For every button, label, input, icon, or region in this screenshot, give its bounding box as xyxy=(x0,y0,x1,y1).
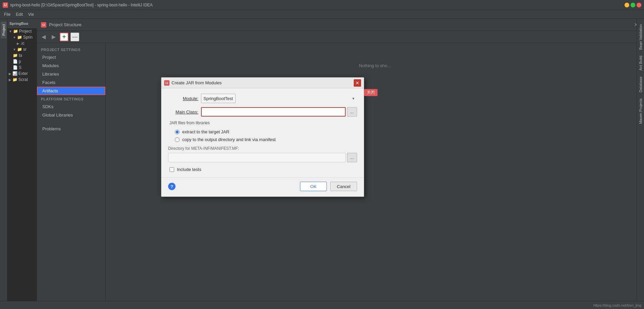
radio-group: extract to the target JAR copy to the ou… xyxy=(168,128,357,143)
cancel-button[interactable]: Cancel xyxy=(330,182,357,191)
nav-item-artifacts[interactable]: Artifacts xyxy=(37,87,105,95)
jar-files-label: JAR files from libraries xyxy=(168,121,357,125)
radio-extract-label: extract to the target JAR xyxy=(182,129,229,134)
manifest-browse-button[interactable]: ... xyxy=(347,153,357,162)
menu-file[interactable]: File xyxy=(1,11,13,17)
right-panel-database[interactable]: Database xyxy=(638,74,644,95)
nothing-label: Nothing to sho... xyxy=(359,63,391,68)
ps-forward-button[interactable]: ▶ xyxy=(50,33,58,41)
ps-back-button[interactable]: ◀ xyxy=(40,33,48,41)
main-class-input[interactable] xyxy=(201,107,346,117)
right-panels: Bean Validation Ant Build Database Maven… xyxy=(637,19,644,309)
ps-add-button[interactable]: + xyxy=(60,33,68,41)
ok-button[interactable]: OK xyxy=(300,182,327,191)
nav-item-sdks[interactable]: SDKs xyxy=(37,102,105,111)
jar-dialog-title: Create JAR from Modules xyxy=(171,80,352,85)
radio-copy-row: copy to the output directory and link vi… xyxy=(168,136,357,143)
close-cn-badge[interactable]: 关闭 xyxy=(364,89,378,96)
menu-edit[interactable]: Edit xyxy=(13,11,26,17)
ps-nav: Project Settings Project Modules Librari… xyxy=(37,43,106,309)
project-settings-label: Project Settings xyxy=(37,46,105,53)
manifest-label: Directory for META-INF/MANIFEST.MF: xyxy=(168,146,357,151)
include-tests-row: Include tests xyxy=(168,167,357,172)
platform-settings-label: Platform Settings xyxy=(37,95,105,102)
menu-bar: File Edit Vie xyxy=(0,10,644,19)
nav-item-problems[interactable]: Problems xyxy=(37,125,105,133)
main-class-control: ... xyxy=(201,107,357,117)
radio-copy[interactable] xyxy=(175,137,180,142)
minimize-button[interactable] xyxy=(625,3,629,7)
include-tests-label: Include tests xyxy=(177,167,201,172)
dialog-title-icon: IJ xyxy=(41,22,46,28)
manifest-section: Directory for META-INF/MANIFEST.MF: ... xyxy=(168,146,357,162)
status-url: https://blog.csdn.net/bon_jing xyxy=(593,303,641,307)
right-panel-maven-projects[interactable]: Maven Projects xyxy=(638,96,644,127)
menu-view[interactable]: Vie xyxy=(26,11,37,17)
jar-dialog-titlebar: IJ Create JAR from Modules ✕ xyxy=(161,78,364,88)
window-title: spring-boot-hello [D:\GitSpace\SpringBoo… xyxy=(10,3,625,7)
right-panel-ant-build[interactable]: Ant Build xyxy=(638,53,644,73)
module-select-arrow: ▼ xyxy=(352,97,355,100)
nav-item-project[interactable]: Project xyxy=(37,53,105,61)
title-bar: IJ spring-boot-hello [D:\GitSpace\Spring… xyxy=(0,0,644,10)
window-controls xyxy=(625,3,641,7)
radio-copy-label: copy to the output directory and link vi… xyxy=(182,137,276,142)
main-class-label: Main Class: xyxy=(168,109,198,115)
close-button[interactable] xyxy=(637,3,641,7)
dialog-title-text: Project Structure xyxy=(49,22,629,27)
module-row: Module: SpringBootTest ▼ xyxy=(168,94,357,103)
include-tests-checkbox[interactable] xyxy=(169,167,174,172)
maximize-button[interactable] xyxy=(631,3,635,7)
nav-item-global-libraries[interactable]: Global Libraries xyxy=(37,111,105,119)
radio-extract-row: extract to the target JAR xyxy=(168,128,357,136)
app-icon: IJ xyxy=(3,2,8,8)
jar-dialog-buttons: ? OK Cancel xyxy=(161,177,364,196)
module-select-wrapper: SpringBootTest ▼ xyxy=(201,94,357,103)
dialog-title-bar: IJ Project Structure ✕ xyxy=(37,19,644,31)
nav-item-facets[interactable]: Facets xyxy=(37,78,105,87)
right-panel-bean-validation[interactable]: Bean Validation xyxy=(638,21,644,52)
main-class-browse-button[interactable]: ... xyxy=(347,107,357,117)
help-button[interactable]: ? xyxy=(168,183,176,190)
module-control: SpringBootTest ▼ xyxy=(201,94,357,103)
module-select[interactable]: SpringBootTest xyxy=(201,94,236,103)
module-label: Module: xyxy=(168,96,198,101)
ps-toolbar: ◀ ▶ + — xyxy=(37,31,644,43)
jar-dialog-body: Module: SpringBootTest ▼ Main Class: ...… xyxy=(161,88,364,177)
jar-dialog-close-button[interactable]: ✕ xyxy=(354,79,361,87)
manifest-dir-input[interactable] xyxy=(168,153,346,162)
ps-remove-button[interactable]: — xyxy=(70,33,79,41)
left-tabs: Project xyxy=(0,19,7,309)
manifest-input-row: ... xyxy=(168,153,357,162)
nav-item-modules[interactable]: Modules xyxy=(37,61,105,70)
jar-title-icon: IJ xyxy=(164,80,169,86)
nav-item-libraries[interactable]: Libraries xyxy=(37,70,105,78)
radio-extract[interactable] xyxy=(175,130,180,134)
main-class-row: Main Class: ... xyxy=(168,107,357,117)
create-jar-dialog: IJ Create JAR from Modules ✕ Module: Spr… xyxy=(161,77,364,197)
project-tab[interactable]: Project xyxy=(1,21,7,38)
status-bar: https://blog.csdn.net/bon_jing xyxy=(0,301,644,309)
